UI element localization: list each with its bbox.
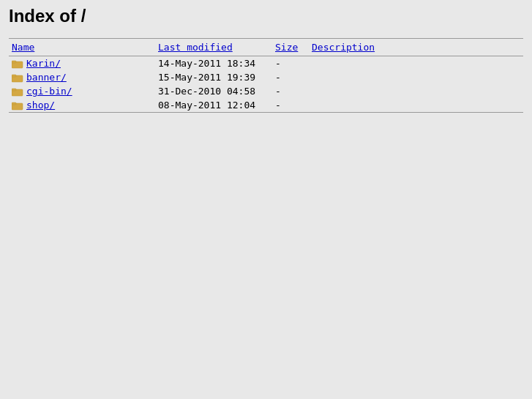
- sort-description-link[interactable]: Description: [312, 42, 375, 53]
- col-header-description: Description: [309, 39, 523, 56]
- entry-size: -: [272, 98, 309, 113]
- directory-table: Name Last modified Size Description Kari…: [9, 38, 523, 119]
- entry-description: [309, 98, 523, 113]
- entry-modified: 15-May-2011 19:39: [155, 70, 272, 84]
- table-row: Karin/14-May-2011 18:34-: [9, 56, 523, 71]
- entry-modified: 31-Dec-2010 04:58: [155, 84, 272, 98]
- entry-description: [309, 84, 523, 98]
- sort-modified-link[interactable]: Last modified: [158, 42, 233, 53]
- entry-modified: 14-May-2011 18:34: [155, 56, 272, 71]
- entry-description: [309, 56, 523, 71]
- table-row: banner/15-May-2011 19:39-: [9, 70, 523, 84]
- entry-name-cell: cgi-bin/: [9, 84, 155, 98]
- table-row: cgi-bin/31-Dec-2010 04:58-: [9, 84, 523, 98]
- entry-link[interactable]: shop/: [26, 100, 55, 111]
- svg-rect-5: [12, 89, 16, 91]
- svg-rect-7: [12, 102, 16, 105]
- sort-size-link[interactable]: Size: [275, 42, 298, 53]
- col-header-modified: Last modified: [155, 39, 272, 56]
- entry-link[interactable]: cgi-bin/: [26, 86, 72, 97]
- entry-size: -: [272, 56, 309, 71]
- entry-modified: 08-May-2011 12:04: [155, 98, 272, 113]
- entry-link[interactable]: Karin/: [26, 58, 61, 69]
- entry-link[interactable]: banner/: [26, 72, 67, 83]
- page-title: Index of /: [9, 6, 523, 26]
- col-header-size: Size: [272, 39, 309, 56]
- folder-icon: [12, 72, 23, 83]
- col-header-name: Name: [9, 39, 155, 56]
- entry-name-cell: Karin/: [9, 56, 155, 71]
- folder-icon: [12, 86, 23, 97]
- folder-icon: [12, 100, 23, 111]
- entry-name-cell: shop/: [9, 98, 155, 113]
- svg-rect-1: [12, 61, 16, 63]
- entry-description: [309, 70, 523, 84]
- table-row: shop/08-May-2011 12:04-: [9, 98, 523, 113]
- entry-size: -: [272, 70, 309, 84]
- svg-rect-3: [12, 75, 16, 77]
- sort-name-link[interactable]: Name: [12, 42, 34, 53]
- entry-name-cell: banner/: [9, 70, 155, 84]
- entry-size: -: [272, 84, 309, 98]
- folder-icon: [12, 59, 23, 69]
- table-footer: [9, 113, 523, 119]
